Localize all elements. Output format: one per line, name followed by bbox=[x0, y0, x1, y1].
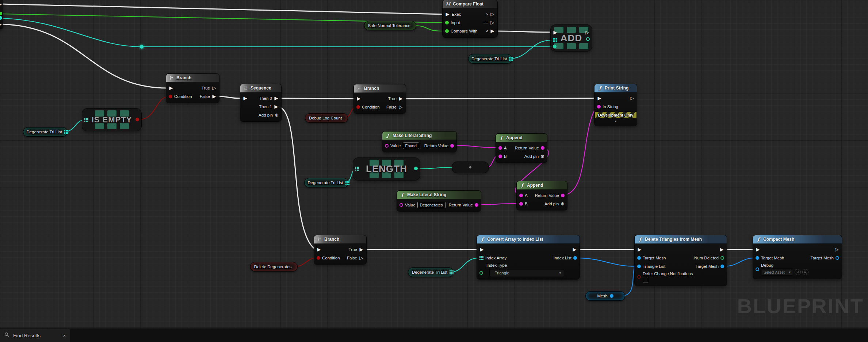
exec-pin[interactable]: ▶ bbox=[356, 96, 361, 101]
exec-pin[interactable]: ▷ bbox=[834, 247, 839, 252]
exec-pin[interactable]: ▶ bbox=[243, 96, 248, 100]
exec-pin[interactable]: ▷ bbox=[212, 86, 217, 90]
exec-pin[interactable]: ▶ bbox=[572, 247, 577, 252]
string-pin[interactable] bbox=[475, 203, 478, 207]
exec-pin[interactable]: ▶ bbox=[490, 28, 495, 33]
exec-pin[interactable]: ▷ bbox=[585, 30, 590, 35]
make-literal-string-1-node[interactable]: ƒMake Literal StringValueFoundReturn Val… bbox=[382, 132, 456, 152]
dark_bool-pin[interactable] bbox=[637, 275, 641, 279]
int-pin[interactable] bbox=[454, 166, 458, 169]
append-2-node[interactable]: ƒAppendAReturn ValueBAdd pin⊕ bbox=[517, 181, 567, 210]
exec-pin[interactable]: ▶ bbox=[0, 2, 2, 7]
int-pin[interactable] bbox=[553, 45, 557, 48]
array-pin[interactable] bbox=[0, 16, 2, 20]
compact-mesh-dropdown[interactable]: Select Asset▾ bbox=[761, 269, 793, 276]
array-grid-pin[interactable] bbox=[84, 118, 88, 122]
enum-pin[interactable] bbox=[720, 256, 724, 260]
mesh-variable-pill[interactable]: Mesh bbox=[585, 291, 625, 301]
array-grid-pin[interactable] bbox=[553, 38, 557, 42]
string-pin[interactable] bbox=[519, 202, 523, 206]
exec-pin[interactable]: ▶ bbox=[445, 12, 450, 16]
bool-pin[interactable] bbox=[169, 95, 172, 98]
make-literal-string-2-node[interactable]: ƒMake Literal StringValueDegeneratesRetu… bbox=[397, 191, 481, 211]
length-node[interactable]: LENGTH bbox=[353, 158, 420, 180]
add-pin-button[interactable]: ⊕ bbox=[275, 113, 279, 117]
delete-triangles-from-mesh-checkbox[interactable] bbox=[643, 277, 648, 282]
exec-pin[interactable]: ▶ bbox=[637, 247, 642, 252]
degenerate-tri-list-left-variable-pill[interactable]: Degenerate Tri List bbox=[23, 127, 68, 137]
exec-pin[interactable]: ▶ bbox=[597, 96, 602, 100]
exec-pin[interactable]: ▶ bbox=[756, 247, 760, 252]
safe-normal-tolerance-variable-pill[interactable]: Safe Normal Tolerance bbox=[364, 21, 416, 30]
exec-pin[interactable]: ▶ bbox=[274, 104, 279, 109]
float-pin[interactable] bbox=[0, 12, 2, 15]
exec-pin[interactable]: ▶ bbox=[169, 86, 173, 90]
exec-pin[interactable]: ▶ bbox=[359, 247, 364, 252]
reroute-pin[interactable] bbox=[140, 45, 144, 49]
int-pin[interactable] bbox=[586, 37, 590, 41]
degenerate-tri-list-bottom-variable-pill[interactable]: Degenerate Tri List bbox=[408, 267, 454, 277]
exec-pin[interactable]: ▶ bbox=[553, 30, 558, 35]
offscreen-edge-node[interactable]: ▶▶ bbox=[0, 0, 3, 28]
delete-triangles-from-mesh-node[interactable]: ƒDelete Triangles from Mesh▶▶Target Mesh… bbox=[635, 235, 727, 286]
bool-pin[interactable] bbox=[317, 256, 320, 260]
array-grid-pin[interactable] bbox=[479, 256, 483, 260]
exec-pin[interactable]: ▶ bbox=[479, 247, 484, 252]
string-pin[interactable] bbox=[597, 105, 601, 109]
branch-2-node[interactable]: Branch▶True▶ConditionFalse▷ bbox=[354, 84, 406, 113]
object-pin[interactable] bbox=[637, 256, 641, 260]
find-results-tab[interactable]: Find Results × bbox=[0, 329, 70, 342]
bool-pin[interactable] bbox=[356, 105, 360, 109]
search-icon[interactable] bbox=[802, 269, 808, 275]
degenerate-tri-list-mid-variable-pill[interactable]: Degenerate Tri List bbox=[304, 178, 349, 187]
exec-pin[interactable]: ▷ bbox=[630, 96, 634, 100]
add-pin-button[interactable]: ⊕ bbox=[540, 154, 544, 159]
print-string-node[interactable]: ƒPrint String▶▷In StringDevelopment Only… bbox=[594, 84, 637, 126]
string-value-input[interactable]: Degenerates bbox=[417, 202, 446, 208]
object-pin[interactable] bbox=[637, 265, 641, 268]
append-1-node[interactable]: ƒAppendAReturn ValueBAdd pin⊕ bbox=[496, 134, 547, 163]
float-pin[interactable] bbox=[445, 29, 449, 33]
float-pin[interactable] bbox=[445, 21, 449, 24]
branch-1-node[interactable]: Branch▶True▷ConditionFalse▶ bbox=[166, 74, 219, 103]
add-node[interactable]: ADD▶▷ bbox=[551, 25, 592, 51]
string-pin[interactable] bbox=[450, 144, 454, 148]
exec-pin[interactable]: ▷ bbox=[398, 104, 403, 109]
exec-pin[interactable]: ▶ bbox=[398, 96, 403, 101]
add-pin-button[interactable]: ⊕ bbox=[561, 201, 565, 206]
exec-pin[interactable]: ▷ bbox=[490, 12, 495, 16]
object-pin[interactable] bbox=[836, 256, 839, 260]
compare-float-node[interactable]: MCompare Float▶Exec>▷Input==▷Compare Wit… bbox=[443, 0, 497, 37]
compact-mesh-node[interactable]: ƒCompact Mesh▶▷Target MeshTarget MeshDeb… bbox=[753, 235, 842, 279]
close-icon[interactable]: × bbox=[63, 333, 66, 338]
array-grid-pin[interactable] bbox=[355, 167, 359, 171]
string-pin[interactable] bbox=[498, 155, 502, 158]
sequence-node[interactable]: Sequence▶Then 0▶Then 1▶Add pin⊕ bbox=[240, 84, 281, 121]
exec-pin[interactable]: ▶ bbox=[317, 247, 321, 252]
to-string-conversion-node[interactable] bbox=[452, 162, 489, 173]
string-pin[interactable] bbox=[399, 203, 403, 207]
object-pin[interactable] bbox=[573, 256, 577, 260]
is-empty-node[interactable]: IS EMPTY bbox=[82, 109, 141, 131]
int-pin[interactable] bbox=[414, 167, 418, 170]
blueprint-graph-canvas[interactable]: ▶▶MCompare Float▶Exec>▷Input==▷Compare W… bbox=[0, 0, 868, 342]
string-pin[interactable] bbox=[483, 166, 486, 169]
object-pin[interactable] bbox=[720, 265, 724, 268]
string-pin[interactable] bbox=[519, 194, 523, 197]
object-pin[interactable] bbox=[756, 256, 759, 260]
exec-pin[interactable]: ▷ bbox=[359, 255, 364, 260]
convert-array-to-index-list-dropdown[interactable]: Triangle▾ bbox=[489, 269, 564, 277]
branch-3-node[interactable]: Branch▶True▶ConditionFalse▷ bbox=[314, 235, 366, 264]
object-pin[interactable] bbox=[756, 267, 759, 271]
exec-pin[interactable]: ▶ bbox=[212, 94, 217, 99]
delete-degenerates-variable-pill[interactable]: Delete Degenerates bbox=[250, 262, 298, 271]
string-pin[interactable] bbox=[498, 146, 502, 150]
object-pin[interactable] bbox=[610, 294, 613, 298]
bool-pin[interactable] bbox=[135, 118, 139, 121]
revert-icon[interactable]: ↺ bbox=[795, 269, 801, 275]
exec-pin[interactable]: ▶ bbox=[719, 247, 724, 252]
exec-pin[interactable]: ▶ bbox=[274, 96, 279, 100]
string-pin[interactable] bbox=[561, 194, 565, 197]
exec-pin[interactable]: ▷ bbox=[490, 20, 495, 25]
degenerate-tri-list-top-variable-pill[interactable]: Degenerate Tri List bbox=[468, 54, 512, 64]
